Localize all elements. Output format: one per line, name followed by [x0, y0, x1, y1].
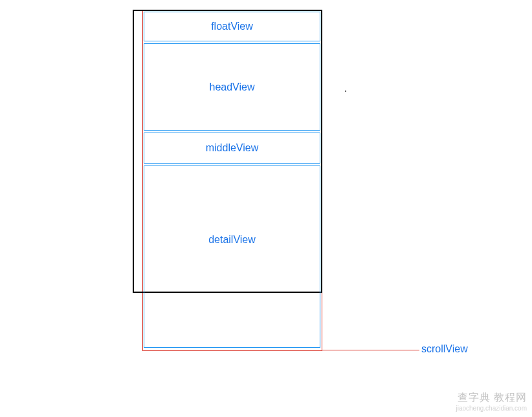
scrollview-label: scrollView	[421, 343, 468, 355]
detailview-label: detailView	[208, 234, 256, 246]
decorative-dot	[345, 91, 346, 92]
watermark-text-sub: jiaocheng.chazidian.com	[456, 405, 527, 412]
watermark-text-top: 查字典 教程网	[456, 391, 527, 405]
watermark: 查字典 教程网 jiaocheng.chazidian.com	[456, 391, 527, 412]
middleview-label: middleView	[206, 142, 259, 154]
detailview-box: detailView	[144, 166, 320, 348]
headview-label: headView	[210, 81, 255, 93]
headview-box: headView	[144, 43, 320, 131]
scrollview-leader-line	[322, 350, 419, 350]
floatview-label: floatView	[211, 21, 253, 32]
floatview-box: floatView	[144, 12, 320, 41]
middleview-box: middleView	[144, 133, 320, 164]
layout-diagram: floatView headView middleView detailView	[133, 10, 317, 349]
